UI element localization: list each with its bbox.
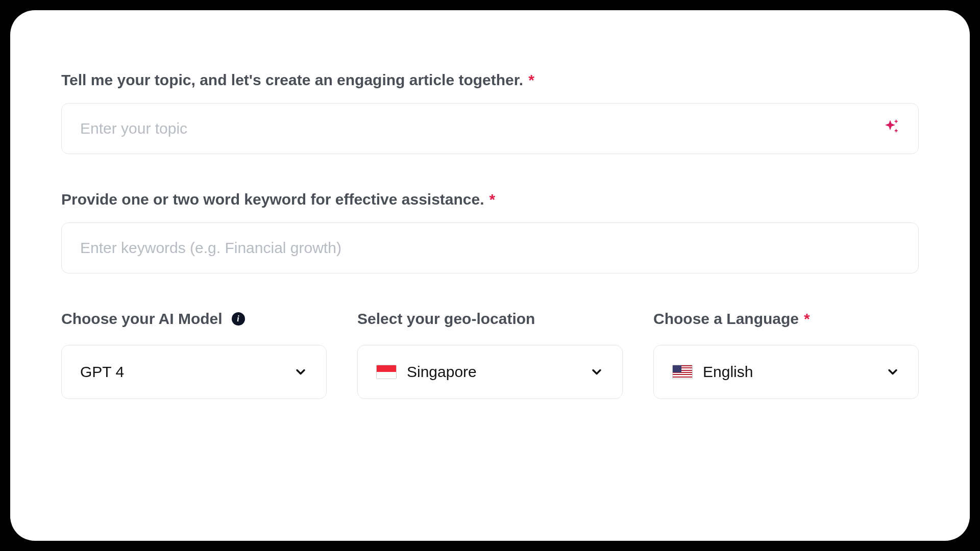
geo-label: Select your geo-location (357, 310, 535, 328)
topic-label: Tell me your topic, and let's create an … (61, 71, 523, 89)
geo-label-row: Select your geo-location (357, 310, 623, 328)
language-label: Choose a Language (653, 310, 799, 328)
model-label: Choose your AI Model (61, 310, 223, 328)
keyword-label: Provide one or two word keyword for effe… (61, 191, 484, 208)
model-col: Choose your AI Model i GPT 4 (61, 310, 327, 399)
topic-required-marker: * (528, 71, 534, 89)
model-label-row: Choose your AI Model i (61, 310, 327, 328)
language-dropdown[interactable]: English (653, 345, 919, 399)
language-label-row: Choose a Language * (653, 310, 919, 328)
usa-flag-icon (672, 365, 693, 379)
keyword-label-row: Provide one or two word keyword for effe… (61, 191, 919, 208)
singapore-flag-icon (376, 365, 397, 379)
geo-col: Select your geo-location Singapore (357, 310, 623, 399)
dropdown-row: Choose your AI Model i GPT 4 Select your… (61, 310, 919, 399)
keyword-input[interactable] (61, 222, 919, 273)
model-selected-value: GPT 4 (80, 363, 283, 381)
form-card: Tell me your topic, and let's create an … (10, 10, 970, 541)
model-dropdown[interactable]: GPT 4 (61, 345, 327, 399)
language-required-marker: * (804, 310, 810, 328)
topic-input[interactable] (61, 103, 919, 154)
topic-input-wrap (61, 103, 919, 154)
keyword-input-wrap (61, 222, 919, 273)
geo-selected-value: Singapore (407, 363, 579, 381)
chevron-down-icon (886, 365, 900, 379)
chevron-down-icon (590, 365, 604, 379)
keyword-required-marker: * (489, 191, 496, 208)
language-selected-value: English (703, 363, 875, 381)
geo-dropdown[interactable]: Singapore (357, 345, 623, 399)
topic-label-row: Tell me your topic, and let's create an … (61, 71, 919, 89)
info-icon[interactable]: i (232, 312, 245, 325)
language-col: Choose a Language * English (653, 310, 919, 399)
sparkle-icon[interactable] (879, 117, 901, 140)
chevron-down-icon (293, 365, 308, 379)
